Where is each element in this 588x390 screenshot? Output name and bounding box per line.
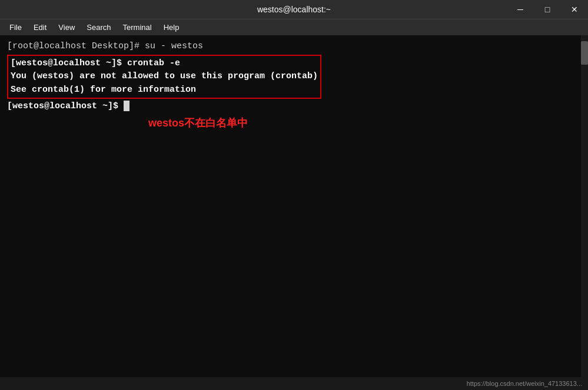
menu-edit[interactable]: Edit <box>29 22 51 33</box>
terminal-line-4: See crontab(1) for more information <box>11 84 318 97</box>
terminal-line-2: [westos@localhost ~]$ crontab -e <box>11 57 318 71</box>
statusbar: https://blog.csdn.net/weixin_47133613... <box>0 377 588 390</box>
scrollbar[interactable] <box>581 35 588 377</box>
statusbar-url: https://blog.csdn.net/weixin_47133613... <box>467 380 582 387</box>
menu-search[interactable]: Search <box>82 22 115 33</box>
titlebar: westos@localhost:~ ─ □ ✕ <box>0 0 588 19</box>
menu-view[interactable]: View <box>54 22 79 33</box>
terminal-content: [root@localhost Desktop]# su - westos [w… <box>7 40 581 372</box>
minimize-button[interactable]: ─ <box>507 0 534 19</box>
titlebar-controls: ─ □ ✕ <box>507 0 588 19</box>
scrollbar-thumb[interactable] <box>581 41 588 65</box>
menu-file[interactable]: File <box>5 22 26 33</box>
maximize-button[interactable]: □ <box>534 0 561 19</box>
titlebar-title: westos@localhost:~ <box>257 5 331 14</box>
annotation-text: westos不在白名单中 <box>148 116 581 130</box>
error-box: [westos@localhost ~]$ crontab -e You (we… <box>7 55 321 99</box>
terminal[interactable]: [root@localhost Desktop]# su - westos [w… <box>0 35 588 377</box>
close-button[interactable]: ✕ <box>561 0 588 19</box>
terminal-cursor <box>124 101 129 111</box>
terminal-line-3: You (westos) are not allowed to use this… <box>11 70 318 84</box>
menubar: File Edit View Search Terminal Help <box>0 19 588 35</box>
menu-terminal[interactable]: Terminal <box>118 22 157 33</box>
menu-help[interactable]: Help <box>159 22 184 33</box>
terminal-line-1: [root@localhost Desktop]# su - westos <box>7 40 581 54</box>
terminal-line-5: [westos@localhost ~]$ <box>7 100 581 114</box>
